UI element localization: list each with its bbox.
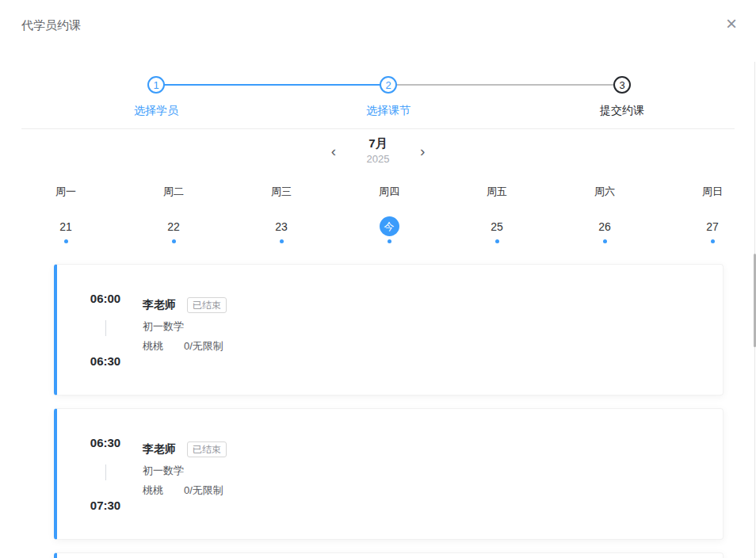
day-cell-wed[interactable]: 周三 23	[227, 184, 335, 243]
today-badge: 今	[380, 216, 399, 236]
month-label: 7月	[360, 136, 396, 151]
time-connector	[105, 464, 106, 480]
step-3-circle[interactable]: 3	[613, 76, 631, 94]
subject-label: 初一数学	[143, 319, 227, 333]
day-cell-fri[interactable]: 周五 25	[443, 184, 551, 243]
weekday-label: 周六	[594, 184, 615, 200]
has-lessons-dot	[711, 239, 715, 243]
time-column: 06:00 06:30	[81, 265, 130, 395]
has-lessons-dot	[64, 239, 68, 243]
start-time: 06:30	[90, 435, 120, 450]
step-1-label[interactable]: 选择学员	[134, 104, 178, 118]
step-2-circle[interactable]: 2	[380, 76, 397, 94]
date-label: 21	[59, 220, 72, 233]
next-month-button[interactable]: ›	[415, 140, 430, 162]
capacity-label: 0/无限制	[184, 483, 223, 497]
date-label: 25	[491, 220, 503, 233]
has-lessons-dot	[280, 239, 284, 243]
capacity-label: 0/无限制	[184, 339, 223, 353]
stepper: 1 2 3 选择学员 选择课节 提交约课	[0, 0, 756, 127]
step-2-label[interactable]: 选择课节	[366, 104, 410, 118]
weekday-label: 周日	[702, 184, 723, 200]
teacher-name: 李老师	[143, 298, 176, 312]
date-label: 27	[706, 220, 719, 233]
weekday-label: 周四	[379, 184, 399, 200]
section-divider	[21, 128, 735, 129]
time-column: 06:30 07:30	[81, 409, 130, 539]
lesson-list: 06:00 06:30 李老师 已结束 初一数学 桃桃 0/无限制 06:30 …	[54, 264, 724, 558]
day-cell-sat[interactable]: 周六 26	[551, 184, 659, 243]
month-year-display: 7月 2025	[360, 136, 396, 166]
weekday-label: 周五	[487, 184, 507, 200]
date-label: 23	[275, 220, 288, 233]
weekday-label: 周一	[55, 184, 76, 200]
subject-label: 初一数学	[143, 464, 227, 477]
start-time: 06:00	[90, 291, 120, 306]
lesson-details: 李老师 已结束 初一数学 桃桃 0/无限制	[143, 409, 227, 539]
date-label: 26	[598, 220, 611, 233]
time-connector	[105, 320, 106, 336]
stepper-connector-1	[156, 84, 388, 86]
day-cell-sun[interactable]: 周日 27	[659, 184, 756, 243]
end-time: 06:30	[90, 354, 120, 369]
step-3-label: 提交约课	[600, 104, 644, 118]
weekday-label: 周二	[163, 184, 184, 200]
has-lessons-dot	[495, 239, 499, 243]
chevron-right-icon: ›	[420, 143, 425, 159]
status-badge: 已结束	[187, 441, 227, 457]
weekday-label: 周三	[271, 184, 292, 200]
student-name: 桃桃	[143, 483, 163, 497]
year-label: 2025	[360, 153, 396, 166]
prev-month-button[interactable]: ‹	[326, 140, 341, 162]
has-lessons-dot	[172, 239, 176, 243]
stepper-connector-2	[388, 84, 622, 86]
has-lessons-dot	[388, 239, 391, 243]
date-label: 22	[167, 220, 180, 233]
day-cell-thu-today[interactable]: 周四 今	[335, 184, 443, 243]
chevron-left-icon: ‹	[331, 143, 336, 159]
week-strip: 周一 21 周二 22 周三 23 周四 今 周五 25 周六 26 周日 27	[12, 184, 756, 243]
lesson-card-partial[interactable]	[54, 552, 724, 558]
status-badge: 已结束	[187, 297, 227, 313]
end-time: 07:30	[90, 498, 120, 513]
student-name: 桃桃	[143, 339, 163, 353]
lesson-details: 李老师 已结束 初一数学 桃桃 0/无限制	[143, 265, 227, 395]
day-cell-tue[interactable]: 周二 22	[120, 184, 227, 243]
month-navigator: ‹ 7月 2025 ›	[0, 136, 756, 166]
day-cell-mon[interactable]: 周一 21	[12, 184, 120, 243]
lesson-card[interactable]: 06:00 06:30 李老师 已结束 初一数学 桃桃 0/无限制	[54, 264, 724, 396]
teacher-name: 李老师	[143, 442, 176, 457]
has-lessons-dot	[603, 239, 607, 243]
step-1-circle[interactable]: 1	[147, 76, 165, 94]
lesson-card[interactable]: 06:30 07:30 李老师 已结束 初一数学 桃桃 0/无限制	[54, 408, 724, 540]
